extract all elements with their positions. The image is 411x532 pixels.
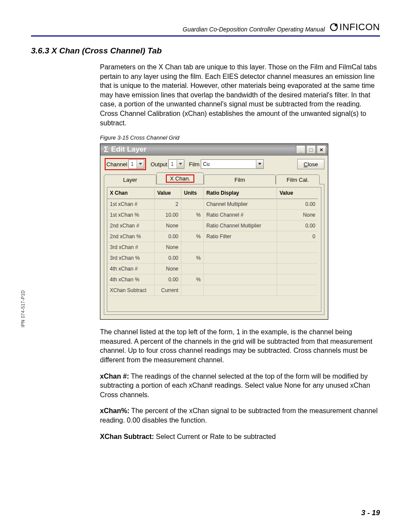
- grid-cell: 0: [277, 231, 318, 242]
- channel-dropdown[interactable]: 1: [128, 159, 144, 169]
- grid-row[interactable]: 2nd xChan %0.00%Ratio Filter0: [107, 231, 321, 242]
- grid-cell: 3rd xChan #: [107, 242, 155, 253]
- toolbar: Channel 1 Output 1 Film: [100, 156, 328, 173]
- col-xchan: X Chan: [107, 187, 155, 199]
- brand-logo: INFICON: [329, 22, 380, 33]
- grid-spacer: [107, 296, 321, 311]
- grid-cell: Current: [155, 285, 181, 296]
- channel-value: 1: [129, 161, 137, 167]
- grid-cell: XChan Subtract: [107, 285, 155, 296]
- grid-row[interactable]: 1st xChan %10.00%Ratio Channel #None: [107, 210, 321, 221]
- grid-row[interactable]: 4th xChan #None: [107, 264, 321, 274]
- grid-row[interactable]: 3rd xChan %0.00%: [107, 253, 321, 264]
- running-title: Guardian Co-Deposition Controller Operat…: [31, 26, 329, 33]
- intro-paragraph: Parameters on the X Chan tab are unique …: [100, 62, 380, 128]
- col-value: Value: [155, 187, 181, 199]
- grid-row[interactable]: 1st xChan #2Channel Multiplier0.00: [107, 199, 321, 210]
- header-rule: [31, 35, 380, 37]
- grid-cell: Channel Multiplier: [204, 199, 277, 210]
- tab-film[interactable]: Film: [204, 174, 276, 184]
- definition-text: The percent of the xChan signal to be su…: [100, 407, 378, 424]
- grid-cell: 0.00: [277, 221, 318, 231]
- grid-cell: 4th xChan %: [107, 274, 155, 285]
- grid-cell: Ratio Channel #: [204, 210, 277, 221]
- grid-cell: None: [277, 210, 318, 221]
- grid-row[interactable]: 4th xChan %0.00%: [107, 274, 321, 285]
- film-dropdown[interactable]: Cu: [201, 159, 264, 169]
- definition: XChan Subtract: Select Current or Rate t…: [100, 432, 380, 442]
- grid-cell: [277, 274, 318, 285]
- section-heading: 3.6.3 X Chan (Cross Channel) Tab: [31, 46, 380, 56]
- grid-cell: [277, 253, 318, 264]
- channel-highlight: Channel 1: [105, 158, 146, 170]
- close-mnemonic: C: [304, 161, 308, 168]
- xchan-highlight: X Chan.: [166, 174, 195, 183]
- film-label: Film: [189, 161, 199, 168]
- grid-cell: 0.00: [155, 274, 181, 285]
- definition-text: Select Current or Rate to be subtracted: [154, 433, 276, 440]
- tab-layer[interactable]: Layer: [104, 174, 156, 184]
- grid-cell: [204, 285, 277, 296]
- grid-cell: 3rd xChan %: [107, 253, 155, 264]
- definition-term: XChan Subtract:: [100, 433, 154, 440]
- brand-text: INFICON: [339, 22, 380, 33]
- output-value: 1: [169, 161, 177, 167]
- grid-cell: %: [181, 231, 204, 242]
- chevron-down-icon: [256, 160, 263, 168]
- grid-row[interactable]: XChan SubtractCurrent: [107, 285, 321, 296]
- grid-cell: [181, 221, 204, 231]
- svg-point-1: [335, 24, 337, 26]
- grid-cell: [277, 285, 318, 296]
- grid-cell: Ratio Channel Multiplier: [204, 221, 277, 231]
- grid-cell: [181, 242, 204, 253]
- tab-pane: X Chan Value Units Ratio Display Value 1…: [104, 184, 324, 315]
- chevron-down-icon: [137, 160, 144, 168]
- minimize-button[interactable]: _: [296, 145, 305, 154]
- grid-cell: [277, 242, 318, 253]
- col-units: Units: [181, 187, 204, 199]
- grid-cell: Ratio Filter: [204, 231, 277, 242]
- grid-cell: 4th xChan #: [107, 264, 155, 274]
- tab-filmcal[interactable]: Film Cal.: [276, 174, 320, 184]
- grid-cell: [204, 274, 277, 285]
- edit-layer-window: Σ Edit Layer _ □ × Channel 1 Output: [100, 143, 328, 320]
- grid-cell: 0.00: [155, 231, 181, 242]
- grid-cell: %: [181, 210, 204, 221]
- grid-cell: %: [181, 253, 204, 264]
- side-ipn: IPN 074-517-P1D: [21, 290, 25, 327]
- grid-cell: 10.00: [155, 210, 181, 221]
- definition-term: xChan #:: [100, 373, 129, 380]
- window-title: Edit Layer: [111, 145, 296, 154]
- grid-cell: [204, 264, 277, 274]
- grid-cell: [181, 285, 204, 296]
- grid-cell: 1st xChan %: [107, 210, 155, 221]
- svg-marker-4: [258, 163, 262, 165]
- grid-cell: [204, 242, 277, 253]
- grid-cell: 0.00: [155, 253, 181, 264]
- output-dropdown[interactable]: 1: [168, 159, 184, 169]
- output-label: Output: [150, 161, 167, 168]
- window-titlebar[interactable]: Σ Edit Layer _ □ ×: [100, 144, 328, 156]
- definition: xChan #: The readings of the channel sel…: [100, 372, 380, 400]
- grid-cell: 2nd xChan %: [107, 231, 155, 242]
- close-rest: lose: [308, 161, 318, 168]
- sigma-icon: Σ: [104, 145, 109, 154]
- inficon-icon: [329, 22, 339, 32]
- close-button[interactable]: Close: [297, 159, 324, 169]
- col-ratio-display: Ratio Display: [204, 187, 277, 199]
- maximize-button[interactable]: □: [306, 145, 316, 154]
- grid-row[interactable]: 3rd xChan #None: [107, 242, 321, 253]
- svg-marker-3: [179, 163, 182, 165]
- cross-channel-grid: X Chan Value Units Ratio Display Value 1…: [107, 187, 321, 312]
- grid-cell: 0.00: [277, 199, 318, 210]
- grid-cell: None: [155, 242, 181, 253]
- tabs: Layer X Chan. Film Film Cal.: [100, 173, 328, 184]
- figure-caption: Figure 3-15 Cross Channel Grid: [100, 134, 380, 141]
- tab-xchan[interactable]: X Chan.: [156, 172, 204, 184]
- definition-term: xChan%:: [100, 407, 129, 414]
- svg-marker-2: [139, 163, 142, 165]
- close-window-button[interactable]: ×: [317, 145, 326, 154]
- channel-label: Channel: [106, 161, 127, 168]
- grid-row[interactable]: 2nd xChan #NoneRatio Channel Multiplier0…: [107, 221, 321, 231]
- grid-cell: None: [155, 221, 181, 231]
